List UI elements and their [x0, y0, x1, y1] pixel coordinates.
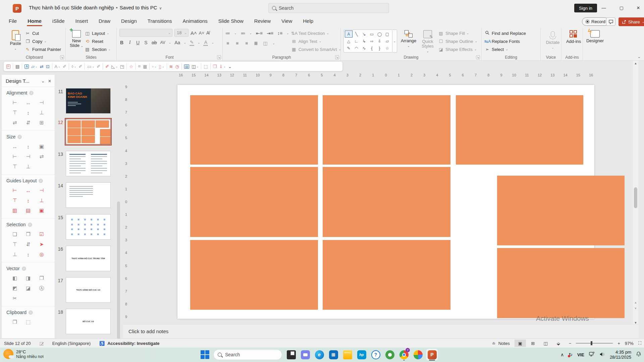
subtract-icon[interactable]: ❐ [35, 273, 48, 283]
shape-option-icon[interactable]: ◠ [353, 45, 360, 52]
orange-rectangle-shape[interactable] [497, 248, 625, 318]
guide-margin-vertical-icon[interactable]: ▤ [21, 205, 35, 216]
font-name-combobox[interactable]: ⌄ [119, 29, 172, 37]
shape-option-icon[interactable]: ↳ [360, 38, 368, 45]
tab-insert[interactable]: Insert [71, 16, 92, 27]
tab-draw[interactable]: Draw [95, 16, 114, 27]
comments-button[interactable] [606, 17, 615, 26]
weather-widget[interactable]: 28°C Nắng nhiều nơi [3, 349, 44, 359]
slide-thumbnail-12[interactable] [66, 119, 111, 144]
shape-option-icon[interactable]: ∟ [353, 38, 360, 45]
minimize-button[interactable]: — [598, 3, 609, 13]
table-layout-icon[interactable]: ◫⌄ [192, 64, 199, 69]
guide-bottom-icon[interactable]: ⊥ [35, 195, 48, 205]
panel-close-button[interactable]: ✕ [48, 79, 51, 83]
powerpoint-icon[interactable]: P [426, 349, 438, 360]
select-same-size-icon[interactable]: ❏ [8, 229, 21, 239]
microsoft-store-icon[interactable]: ⊞ [328, 349, 339, 360]
align-right-button[interactable]: ≡ [244, 41, 249, 46]
zoom-slider[interactable] [576, 343, 613, 344]
tab-design[interactable]: Design [117, 16, 141, 27]
notes-toggle-button[interactable]: ≐Notes [492, 341, 510, 346]
shape-option-icon[interactable]: ∿ [360, 45, 368, 52]
font-color-icon[interactable]: A⌄ [55, 64, 60, 69]
shape-option-icon[interactable]: ✎ [345, 45, 353, 52]
guide-right-icon[interactable]: ⊣ [35, 185, 48, 195]
select-above-icon[interactable]: ⊤ [8, 239, 21, 249]
guide-frame-icon[interactable]: ▣ [35, 205, 48, 216]
spell-check-button[interactable]: ⬚̷ [40, 341, 44, 346]
same-width-icon[interactable]: ↔ [8, 141, 21, 152]
format-painter-button[interactable]: ✎Format Painter [25, 46, 61, 53]
normal-view-button[interactable]: ▣ [515, 340, 526, 347]
orange-rectangle-shape[interactable] [323, 95, 450, 165]
strikethrough-button[interactable]: ab [152, 40, 157, 45]
thumbnail-scrollbar[interactable] [117, 201, 120, 362]
align-middle-icon[interactable]: ↕ [21, 108, 35, 118]
columns-button[interactable]: ◫ [263, 41, 268, 46]
swap-shape-icon[interactable]: ⇄ [40, 64, 44, 69]
tab-help[interactable]: Help [299, 16, 317, 27]
tab-view[interactable]: View [277, 16, 296, 27]
align-left-icon[interactable]: ⊢ [8, 98, 21, 108]
reset-button[interactable]: ⟲Reset [85, 38, 111, 45]
tab-file[interactable]: File [5, 16, 21, 27]
bold-button[interactable]: B [119, 40, 124, 45]
tab-review[interactable]: Review [250, 16, 275, 27]
designer-button[interactable]: Designer [586, 29, 604, 43]
tab-slide-show[interactable]: Slide Show [214, 16, 248, 27]
gradient-icon[interactable]: ◺⌄ [111, 64, 118, 69]
duplicate-slide-icon[interactable]: ❐ [213, 64, 217, 69]
cut-button[interactable]: ✂Cut [25, 29, 61, 37]
increase-font-size-button[interactable]: A˄ [191, 30, 197, 36]
section-button[interactable]: ▤Section⌄ [85, 46, 111, 53]
convert-smartart-button[interactable]: ▦Convert to SmartArt⌄ [291, 46, 341, 53]
volume-tray-icon[interactable] [599, 352, 605, 358]
shape-option-icon[interactable]: ⇨ [368, 38, 376, 45]
select-button[interactable]: ➣Select⌄ [484, 46, 538, 53]
collapse-ribbon-button[interactable]: ⌄ [638, 55, 641, 59]
close-button[interactable]: ✕ [633, 3, 644, 13]
shape-effects-button[interactable]: ◪Shape Effects⌄ [438, 46, 477, 53]
slide-canvas[interactable] [177, 85, 594, 319]
paste-button[interactable]: Paste ⌄ [6, 29, 25, 53]
distribute-vertical-icon[interactable]: ⇵ [21, 118, 35, 128]
replace-fonts-button[interactable]: ⇆AReplace Fonts [484, 38, 538, 45]
slide-thumbnail-14[interactable] [66, 182, 111, 208]
timer-icon[interactable]: ◷ [175, 64, 179, 69]
edge-icon[interactable]: e [314, 349, 325, 360]
copy-style-icon[interactable]: ❐ [8, 317, 21, 327]
shape-option-icon[interactable]: ▱ [383, 38, 391, 45]
orange-rectangle-shape[interactable] [190, 240, 318, 310]
screenshot-icon[interactable]: ⬚ [204, 64, 208, 69]
shape-outline-button[interactable]: ☐Shape Outline⌄ [438, 38, 477, 45]
paste-style-icon[interactable]: ⬚ [21, 317, 35, 327]
shape-option-icon[interactable]: △ [345, 38, 353, 45]
copy-button[interactable]: ❐Copy⌄ [25, 38, 61, 45]
canvas-scrollbar-thumb[interactable] [634, 187, 637, 208]
search-box[interactable]: Search [268, 3, 389, 13]
star-tool-icon[interactable]: ☆ [129, 64, 133, 69]
taskbar-search[interactable]: Search [213, 349, 282, 360]
guide-center-horizontal-icon[interactable]: ↕ [21, 195, 35, 205]
start-button[interactable] [200, 350, 210, 360]
guide-center-vertical-icon[interactable]: ↔ [21, 185, 35, 195]
layout-button[interactable]: ◫Layout⌄ [85, 29, 111, 37]
combine-icon[interactable]: ◩ [8, 283, 21, 293]
fit-to-window-icon[interactable]: ⛶ [638, 341, 641, 346]
shape-option-icon[interactable]: { [368, 45, 376, 52]
arrange-button[interactable]: Arrange ⌄ [400, 29, 417, 48]
font-dialog-launcher[interactable]: ↘ [217, 55, 221, 59]
select-below-icon[interactable]: ⊥ [8, 249, 21, 259]
shape-option-icon[interactable]: A [345, 31, 353, 38]
canvas-scrollbar[interactable]: ▲ ▼ [633, 61, 638, 325]
intersect-icon[interactable]: ◨ [21, 273, 35, 283]
font-eyedrop-icon[interactable]: ✐ [63, 64, 66, 69]
shape-fill-button[interactable]: ▨Shape Fill⌄ [438, 29, 477, 37]
same-height-icon[interactable]: ↕ [21, 141, 35, 152]
export-slide-icon[interactable]: ⇓⌄ [219, 64, 226, 69]
text-direction-button[interactable]: ⇅AText Direction⌄ [291, 29, 341, 37]
slide-thumbnail-15[interactable]: ▣▣▣▣▣▣▣▣▣▣▣▣▣▣▣▣▣▣▣▣▣▣▣▣ [66, 214, 111, 240]
orange-rectangle-shape[interactable] [190, 95, 318, 165]
decrease-indent-button[interactable]: ⇤≡ [256, 31, 263, 36]
